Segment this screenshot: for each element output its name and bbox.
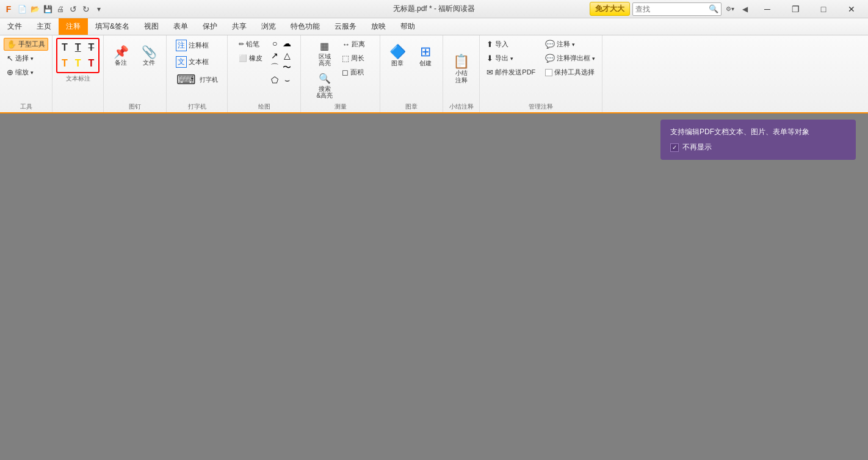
ribbon-group-text-annotation: T T T T T — [52, 35, 104, 112]
close-button[interactable]: ✕ — [837, 0, 866, 18]
menu-help[interactable]: 帮助 — [393, 18, 422, 35]
zoom-dropdown-icon: ▾ — [31, 70, 34, 76]
thumbtack-group-label: 图钉 — [129, 102, 141, 111]
export-button[interactable]: ⬇ 导出 ▾ — [483, 52, 538, 65]
comment-button[interactable]: 💬 注释 ▾ — [542, 38, 598, 51]
T-orange-icon: T — [62, 58, 68, 69]
T-replace-button[interactable]: T — [85, 56, 98, 71]
popup-check-row: ✓ 不再显示 — [670, 142, 846, 153]
menu-browse[interactable]: 浏览 — [254, 18, 283, 35]
comment-dropdown-icon: ▾ — [572, 41, 575, 48]
area-highlight-button[interactable]: ▦ 区域高亮 — [313, 38, 337, 69]
import-button[interactable]: ⬆ 导入 — [483, 38, 538, 51]
area-highlight-icon: ▦ — [320, 40, 329, 52]
app-icon: F — [2, 3, 15, 15]
menu-cloud[interactable]: 云服务 — [327, 18, 364, 35]
ribbon-group-thumbtack: 📌 备注 📎 文件 图钉 — [104, 35, 167, 112]
vip-button[interactable]: 免才大大 — [590, 2, 630, 16]
typewriter-content: 注 注释框 文 文本框 ⌨ 打字机 — [173, 38, 222, 101]
redo-icon[interactable]: ↻ — [80, 3, 92, 15]
undo-icon[interactable]: ↺ — [67, 3, 79, 15]
comment-popup-icon: 💬 — [545, 54, 555, 63]
restore-button[interactable]: ❐ — [781, 0, 809, 18]
search-icon[interactable]: 🔍 — [709, 4, 718, 13]
menu-table[interactable]: 表单 — [166, 18, 195, 35]
export-dropdown-icon: ▾ — [510, 56, 513, 62]
shape-arrow[interactable]: ↗ — [269, 50, 280, 61]
distance-icon: ↔ — [342, 40, 350, 49]
shape-wave[interactable]: 〜 — [281, 62, 292, 73]
file-button[interactable]: 📎 文件 — [136, 38, 162, 74]
shape-circle[interactable]: ○ — [269, 38, 280, 49]
minimize-button[interactable]: ─ — [753, 0, 781, 18]
pin-button[interactable]: 📌 备注 — [107, 38, 134, 74]
menu-file[interactable]: 文件 — [0, 18, 29, 35]
T-yellow-button[interactable]: T — [72, 56, 84, 71]
menu-home[interactable]: 主页 — [29, 18, 59, 35]
search-prev-icon[interactable]: ◀ — [739, 3, 751, 15]
maximize-button[interactable]: □ — [809, 0, 837, 18]
typewriter-button[interactable]: ⌨ 打字机 — [173, 71, 222, 89]
shape-cloud[interactable]: ☁ — [281, 38, 292, 49]
create-label: 创建 — [419, 60, 432, 67]
select-button[interactable]: ↖ 选择 ▾ — [4, 52, 37, 65]
menu-annotate[interactable]: 注释 — [59, 18, 88, 35]
T-normal-button[interactable]: T — [59, 40, 71, 55]
search-input[interactable] — [635, 5, 709, 13]
text-box-button[interactable]: 文 文本框 — [173, 54, 212, 70]
shape-arc[interactable]: ⌒ — [269, 62, 280, 73]
search-bar: 🔍 — [632, 2, 722, 16]
zoom-button[interactable]: ⊕ 缩放 ▾ — [4, 66, 37, 79]
search-settings-icon[interactable]: ⚙▾ — [724, 3, 736, 15]
customize-icon[interactable]: ▾ — [93, 3, 105, 15]
checkbox-check-icon: ✓ — [672, 144, 677, 151]
open-icon[interactable]: 📂 — [29, 3, 41, 15]
search-highlight-button[interactable]: 🔍 搜索&高亮 — [313, 70, 337, 101]
mail-pdf-label: 邮件发送PDF — [495, 68, 535, 77]
comment-popup-label: 注释弹出框 — [557, 54, 590, 63]
typewriter-icon: ⌨ — [176, 73, 196, 87]
keep-tool-button[interactable]: 保持工具选择 — [542, 66, 598, 79]
file-icon: 📎 — [142, 46, 157, 58]
pencil-icon: ✏ — [239, 40, 244, 48]
save-icon[interactable]: 💾 — [42, 3, 54, 15]
select-label: 选择 — [15, 54, 29, 63]
menu-share[interactable]: 共享 — [225, 18, 254, 35]
export-label: 导出 — [495, 54, 508, 63]
note-box-button[interactable]: 注 注释框 — [173, 38, 212, 53]
eraser-button[interactable]: ⬜ 橡皮 — [236, 52, 266, 65]
T-underline-button[interactable]: T — [72, 40, 84, 55]
T-yellow-icon: T — [75, 58, 81, 69]
perimeter-button[interactable]: ⬚ 周长 — [339, 52, 368, 65]
perimeter-label: 周长 — [351, 54, 364, 63]
menu-view[interactable]: 视图 — [137, 18, 166, 35]
mail-pdf-button[interactable]: ✉ 邮件发送PDF — [483, 66, 538, 79]
distance-button[interactable]: ↔ 距离 — [339, 38, 368, 51]
pencil-button[interactable]: ✏ 铅笔 — [236, 38, 266, 51]
shape-curve[interactable]: ⌣ — [281, 74, 292, 85]
window-title: 无标题.pdf * - 福昕阅读器 — [393, 4, 476, 14]
no-show-checkbox[interactable]: ✓ — [670, 143, 679, 152]
hand-tool-button[interactable]: ✋ 手型工具 — [4, 38, 48, 51]
shape-triangle[interactable]: △ — [281, 50, 292, 61]
menu-mapping[interactable]: 放映 — [364, 18, 393, 35]
area-button[interactable]: ◻ 面积 — [339, 66, 368, 79]
T-strikethrough-button[interactable]: T — [85, 40, 98, 55]
comment-popup-button[interactable]: 💬 注释弹出框 ▾ — [542, 52, 598, 65]
keep-tool-checkbox[interactable] — [545, 69, 552, 76]
new-icon[interactable]: 📄 — [16, 3, 28, 15]
tools-content: ✋ 手型工具 ↖ 选择 ▾ ⊕ 缩放 ▾ — [4, 38, 48, 101]
stamp-button[interactable]: 🔷 图章 — [384, 38, 411, 74]
stamp-label: 图章 — [391, 60, 403, 67]
small-notes-label: 小结注释 — [455, 70, 468, 84]
menu-special[interactable]: 特色功能 — [283, 18, 327, 35]
hand-tool-icon: ✋ — [7, 40, 16, 49]
menu-protect[interactable]: 保护 — [195, 18, 225, 35]
T-orange-button[interactable]: T — [59, 56, 71, 71]
print-icon[interactable]: 🖨 — [54, 3, 67, 15]
create-button[interactable]: ⊞ 创建 — [412, 38, 439, 74]
small-notes-button[interactable]: 📋 小结注释 — [448, 51, 475, 88]
create-icon: ⊞ — [420, 45, 431, 59]
menu-fill-sign[interactable]: 填写&签名 — [88, 18, 137, 35]
shape-polygon[interactable]: ⬠ — [269, 74, 280, 85]
